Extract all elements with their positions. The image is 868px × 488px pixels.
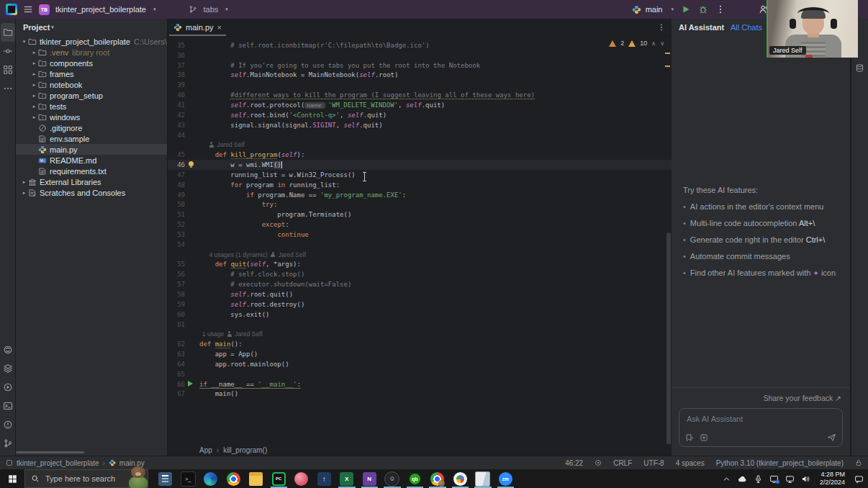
error-stripe-mark[interactable] [665, 53, 670, 54]
chevron-up-icon[interactable] [722, 474, 731, 484]
tree-item-windows[interactable]: ▸windows [16, 112, 167, 122]
taskbar-app-arrowup[interactable]: ↑ [313, 469, 336, 488]
code-line[interactable]: 39 [168, 80, 672, 90]
taskbar-search[interactable]: Type here to search [24, 469, 148, 488]
project-selector[interactable]: tkinter_project_boilerplate [55, 5, 146, 14]
code-line[interactable]: 55 def quit(self, *args): [168, 260, 672, 270]
prev-problem-icon[interactable]: ∧ [651, 40, 656, 47]
code-line[interactable]: 47 running_list = w.Win32_Process() [168, 170, 672, 180]
run-toolwindow-button[interactable] [1, 378, 15, 397]
taskbar-app-face[interactable]: ☺ [381, 469, 404, 488]
tree-chevron-icon[interactable]: ▸ [30, 82, 38, 88]
code-line[interactable]: 37 # If you're going to use tabs you put… [168, 60, 672, 71]
run-config-selector[interactable]: main [646, 5, 663, 14]
code-line[interactable]: 57 # executor.shutdown(wait=False) [168, 279, 672, 289]
code-line[interactable]: 63 app = App() [168, 349, 672, 359]
code-line[interactable]: 56 # self.clock.stop() [168, 269, 672, 279]
unlocked-icon[interactable] [855, 459, 862, 466]
tab-options-icon[interactable] [657, 23, 666, 32]
code-line[interactable]: 52 except: [168, 220, 672, 230]
code-line[interactable]: 61 [168, 320, 672, 330]
problems-toolwindow-button[interactable] [1, 415, 15, 434]
code-line[interactable]: 46 w = wmi.WMI() [168, 160, 672, 170]
taskbar-app-chrome[interactable] [222, 469, 245, 488]
breadcrumb-class[interactable]: App [199, 446, 212, 454]
code-line[interactable]: 58 self.root.quit() [168, 289, 672, 299]
tree-chevron-icon[interactable]: ▸ [20, 190, 28, 196]
inspections-widget[interactable]: 2 10 ∧ ∨ [609, 40, 664, 47]
tree-chevron-icon[interactable]: ▸ [30, 50, 38, 55]
statusbar-project[interactable]: tkinter_project_boilerplate [17, 459, 99, 467]
vertical-scrollbar[interactable] [666, 232, 671, 444]
database-icon[interactable] [855, 63, 864, 73]
taskbar-app-chrome2[interactable] [426, 469, 449, 488]
clock[interactable]: 4:28 PM 2/2/2024 [820, 471, 845, 487]
python-interpreter[interactable]: Python 3.10 (tkinter_project_boilerplate… [716, 459, 844, 467]
taskbar-app-notes[interactable] [471, 469, 494, 488]
code-line[interactable]: 51 program.Terminate() [168, 209, 672, 220]
code-line[interactable]: 43 signal.signal(signal.SIGINT, self.qui… [168, 120, 672, 130]
terminal-toolwindow-button[interactable] [1, 397, 15, 415]
tree-chevron-icon[interactable]: ▸ [30, 104, 38, 109]
context-icon[interactable] [685, 433, 694, 442]
code-line[interactable]: 53 continue [168, 230, 672, 240]
feedback-link[interactable]: Share your feedback ↗ [679, 394, 843, 402]
tree-item-tests[interactable]: ▸tests [16, 101, 167, 112]
tree-item-external-libraries[interactable]: ▸External Libraries [16, 176, 167, 187]
code-line[interactable]: 50 try: [168, 200, 672, 210]
taskbar-app-terminal[interactable]: >_ [177, 469, 200, 488]
taskbar-app-onenote[interactable]: N [358, 469, 381, 488]
code-line[interactable]: 65 [168, 369, 672, 379]
more-toolwindow-button[interactable] [1, 79, 15, 98]
horizontal-scrollbar[interactable] [16, 451, 84, 453]
tree-item-scratches-and-consoles[interactable]: ▸Scratches and Consoles [16, 187, 167, 198]
speaker-icon[interactable] [801, 474, 810, 484]
tree-item-frames[interactable]: ▸frames [16, 68, 167, 79]
code-line[interactable]: 62def main(): [168, 339, 672, 349]
code-line[interactable]: 36 [168, 50, 672, 60]
taskbar-app-google[interactable] [449, 469, 472, 488]
tab-main-py[interactable]: main.py × [168, 19, 227, 36]
tree-chevron-icon[interactable]: ▸ [20, 179, 28, 185]
taskbar-app-quickbooks[interactable] [404, 469, 427, 488]
project-badge[interactable]: TB [39, 4, 50, 15]
code-line[interactable]: 66if __name__ == '__main__': [168, 379, 672, 389]
code-editor[interactable]: 35 # self.root.iconbitmap(r'C:\filepath\… [168, 37, 672, 444]
cloud-icon[interactable] [738, 474, 747, 484]
send-icon[interactable] [827, 433, 836, 442]
taskbar-app-calculator[interactable] [154, 469, 177, 488]
usages-hint[interactable]: 1 usage [202, 330, 224, 338]
code-line[interactable]: 59 self.root.destroy() [168, 299, 672, 309]
tree-item-requirements-txt[interactable]: requirements.txt [16, 166, 167, 176]
indent-style[interactable]: 4 spaces [676, 459, 705, 467]
code-line[interactable]: 45 def kill_program(self): [168, 150, 672, 160]
tree-item-program-setup[interactable]: ▸program_setup [16, 90, 167, 101]
code-line[interactable]: 48 for program in running_list: [168, 180, 672, 190]
intention-bulb-icon[interactable] [189, 161, 194, 166]
services-toolwindow-button[interactable] [1, 359, 15, 378]
commands-icon[interactable] [700, 433, 708, 442]
tree-chevron-icon[interactable]: ▸ [30, 114, 38, 120]
ai-prompt-input[interactable]: Ask AI Assistant [679, 408, 843, 447]
next-problem-icon[interactable]: ∨ [660, 40, 664, 47]
close-icon[interactable]: × [217, 23, 222, 32]
more-actions-icon[interactable] [715, 4, 725, 14]
structure-toolwindow-button[interactable] [1, 60, 15, 79]
screenshare-icon[interactable] [769, 474, 779, 484]
code-line[interactable]: 40 #different ways to kill the program (… [168, 90, 672, 100]
tree-chevron-icon[interactable]: ▸ [30, 60, 38, 66]
file-encoding[interactable]: UTF-8 [643, 459, 664, 467]
taskbar-app-explorer[interactable] [245, 469, 268, 488]
usages-hint[interactable]: 4 usages (1 dynamic) [209, 251, 267, 258]
action-center-icon[interactable] [854, 474, 864, 484]
version-control-toolwindow-button[interactable] [1, 434, 15, 453]
code-line[interactable]: 38 self.MainNotebook = MainNotebook(self… [168, 71, 672, 81]
project-toolwindow-button[interactable] [1, 23, 15, 42]
tree-item-env-sample[interactable]: env.sample [16, 133, 167, 144]
start-button[interactable] [0, 469, 24, 488]
main-menu-icon[interactable] [23, 4, 33, 14]
error-stripe-mark[interactable] [665, 65, 670, 67]
tree-item-notebook[interactable]: ▸notebook [16, 79, 167, 90]
tree-chevron-icon[interactable]: ▾ [20, 39, 28, 45]
tree-item-tkinter-project-boilerplate[interactable]: ▾tkinter_project_boilerplateC:\Users\Jar… [16, 36, 167, 47]
